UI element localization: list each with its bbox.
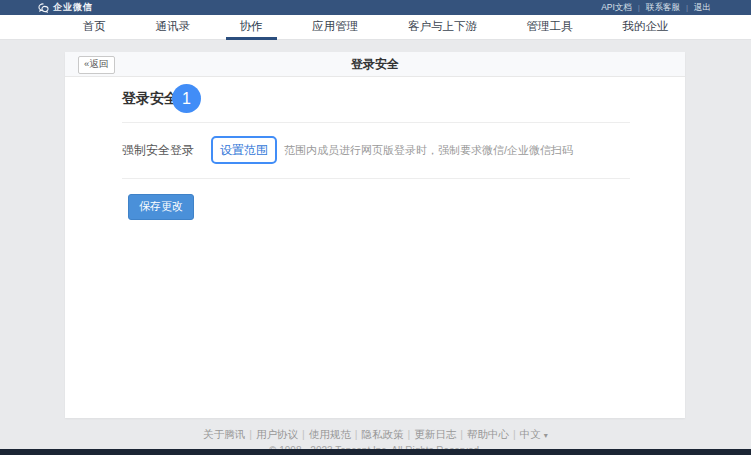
separator: | (249, 428, 252, 440)
tab-admin-tools[interactable]: 管理工具 (513, 15, 587, 40)
wecom-chat-bubble-icon (38, 3, 49, 13)
logout-link[interactable]: 退出 (694, 2, 711, 14)
bottom-edge-strip (0, 449, 751, 455)
login-security-panel: «返回 登录安全 登录安全 强制安全登录 设置范围 范围内成员进行网页版登录时，… (65, 52, 685, 418)
api-docs-link[interactable]: API文档 (601, 2, 632, 14)
about-tencent-link[interactable]: 关于腾讯 (203, 428, 245, 440)
tab-collaboration[interactable]: 协作 (226, 15, 277, 40)
separator: | (355, 428, 358, 440)
tab-my-enterprise[interactable]: 我的企业 (608, 15, 682, 40)
setting-label: 强制安全登录 (122, 142, 194, 159)
back-button[interactable]: «返回 (78, 56, 115, 74)
separator: | (302, 428, 305, 440)
page-title: 登录安全 (65, 52, 685, 77)
save-changes-button[interactable]: 保存更改 (128, 194, 194, 220)
setting-description: 范围内成员进行网页版登录时，强制要求微信/企业微信扫码 (284, 143, 573, 158)
privacy-policy-link[interactable]: 隐私政策 (362, 428, 404, 440)
separator: | (638, 3, 640, 12)
divider (122, 178, 630, 179)
footer-links: 关于腾讯|用户协议|使用规范|隐私政策|更新日志|帮助中心|中文 ▾ (0, 428, 751, 442)
divider (122, 122, 630, 123)
force-secure-login-row: 强制安全登录 设置范围 范围内成员进行网页版登录时，强制要求微信/企业微信扫码 (122, 136, 630, 164)
contact-support-link[interactable]: 联系客服 (646, 2, 680, 14)
help-center-link[interactable]: 帮助中心 (467, 428, 509, 440)
set-range-annotation-box[interactable]: 设置范围 (211, 136, 277, 164)
panel-body: 登录安全 强制安全登录 设置范围 范围内成员进行网页版登录时，强制要求微信/企业… (65, 77, 685, 220)
annotation-badge-1: 1 (172, 84, 201, 113)
language-label: 中文 (520, 428, 541, 440)
tab-contacts[interactable]: 通讯录 (141, 15, 204, 40)
tab-home[interactable]: 首页 (69, 15, 120, 40)
panel-header: «返回 登录安全 (65, 52, 685, 77)
logo-text: 企业微信 (53, 1, 93, 14)
nav-tabs: 首页 通讯录 协作 应用管理 客户与上下游 管理工具 我的企业 (58, 15, 693, 40)
tab-app-management[interactable]: 应用管理 (298, 15, 372, 40)
usage-rules-link[interactable]: 使用规范 (309, 428, 351, 440)
separator: | (513, 428, 516, 440)
language-selector[interactable]: 中文 ▾ (520, 428, 548, 440)
changelog-link[interactable]: 更新日志 (414, 428, 456, 440)
user-agreement-link[interactable]: 用户协议 (256, 428, 298, 440)
separator: | (460, 428, 463, 440)
chevron-down-icon: ▾ (544, 431, 548, 440)
wecom-logo: 企业微信 (38, 1, 93, 14)
set-range-link[interactable]: 设置范围 (220, 143, 268, 157)
separator: | (408, 428, 411, 440)
tab-customers[interactable]: 客户与上下游 (394, 15, 491, 40)
topbar-links: API文档 | 联系客服 | 退出 (601, 2, 711, 14)
topbar: 企业微信 API文档 | 联系客服 | 退出 (0, 0, 751, 15)
main-nav: 首页 通讯录 协作 应用管理 客户与上下游 管理工具 我的企业 (0, 15, 751, 40)
separator: | (686, 3, 688, 12)
